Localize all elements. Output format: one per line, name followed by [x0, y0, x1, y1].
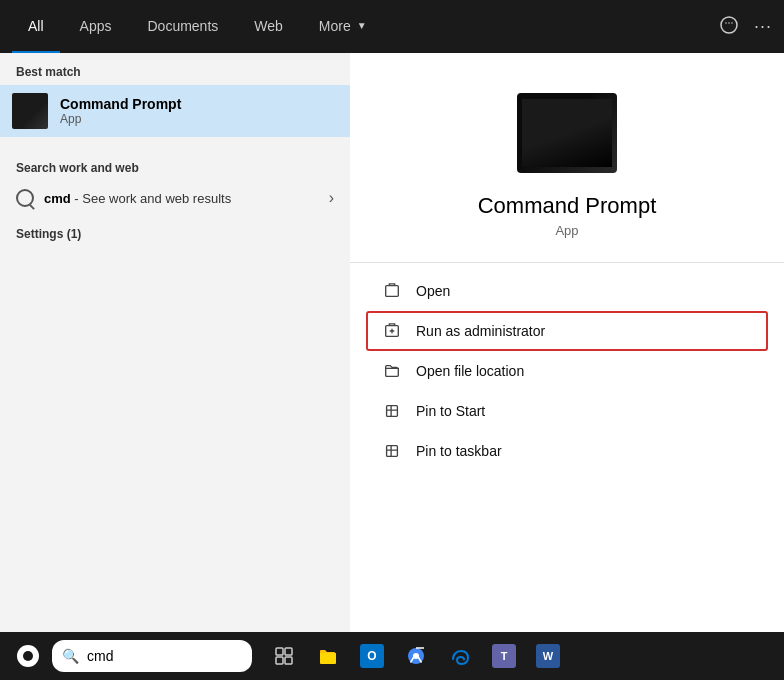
tab-apps-label: Apps: [80, 18, 112, 34]
svg-rect-0: [386, 286, 399, 297]
tab-documents-label: Documents: [147, 18, 218, 34]
action-location-label: Open file location: [416, 363, 524, 379]
action-open-label: Open: [416, 283, 450, 299]
action-pin-taskbar-label: Pin to taskbar: [416, 443, 502, 459]
folder-icon: [382, 361, 402, 381]
action-pin-taskbar[interactable]: Pin to taskbar: [366, 431, 768, 471]
svg-rect-7: [285, 657, 292, 664]
app-type-label: App: [555, 223, 578, 238]
task-view-icon: [274, 646, 294, 666]
teams-icon: T: [492, 644, 516, 668]
command-prompt-result[interactable]: Command Prompt App: [0, 85, 350, 137]
action-list: Open Run as administrator: [350, 271, 784, 471]
action-admin-label: Run as administrator: [416, 323, 545, 339]
result-text: Command Prompt App: [60, 96, 181, 126]
action-pin-start-label: Pin to Start: [416, 403, 485, 419]
start-button[interactable]: [8, 636, 48, 676]
more-options-icon[interactable]: ···: [754, 16, 772, 37]
tab-web[interactable]: Web: [238, 0, 299, 53]
chrome-icon: [405, 645, 427, 667]
main-area: Best match Command Prompt App Search wor…: [0, 53, 784, 632]
best-match-label: Best match: [0, 53, 350, 85]
top-nav: All Apps Documents Web More ▼ ···: [0, 0, 784, 53]
taskbar-search-text: cmd: [87, 648, 113, 664]
right-panel: Command Prompt App Open: [350, 53, 784, 632]
action-open-location[interactable]: Open file location: [366, 351, 768, 391]
work-desc: - See work and web results: [74, 191, 231, 206]
work-query: cmd: [44, 191, 71, 206]
result-subtitle: App: [60, 112, 181, 126]
svg-rect-2: [387, 406, 398, 417]
result-title: Command Prompt: [60, 96, 181, 112]
app-icon-large: [517, 93, 617, 173]
tab-all-label: All: [28, 18, 44, 34]
outlook-button[interactable]: O: [352, 636, 392, 676]
pin-start-icon: [382, 401, 402, 421]
app-title-large: Command Prompt: [478, 193, 657, 219]
admin-icon: [382, 321, 402, 341]
svg-rect-5: [285, 648, 292, 655]
chevron-down-icon: ▼: [357, 20, 367, 31]
search-work-row[interactable]: cmd - See work and web results ›: [0, 181, 350, 215]
action-run-admin[interactable]: Run as administrator: [366, 311, 768, 351]
tab-documents[interactable]: Documents: [131, 0, 234, 53]
chrome-button[interactable]: [396, 636, 436, 676]
feedback-icon[interactable]: [720, 16, 738, 38]
tab-web-label: Web: [254, 18, 283, 34]
action-open[interactable]: Open: [366, 271, 768, 311]
work-arrow-icon: ›: [329, 189, 334, 207]
nav-icons: ···: [720, 16, 772, 38]
outlook-icon: O: [360, 644, 384, 668]
word-icon: W: [536, 644, 560, 668]
settings-label: Settings (1): [0, 215, 350, 247]
file-explorer-icon: [317, 645, 339, 667]
tab-more[interactable]: More ▼: [303, 0, 383, 53]
start-icon: [17, 645, 39, 667]
file-explorer-button[interactable]: [308, 636, 348, 676]
svg-rect-6: [276, 657, 283, 664]
svg-rect-4: [276, 648, 283, 655]
tab-all[interactable]: All: [12, 0, 60, 53]
edge-button[interactable]: [440, 636, 480, 676]
taskbar-search-icon: 🔍: [62, 648, 79, 664]
teams-button[interactable]: T: [484, 636, 524, 676]
open-icon: [382, 281, 402, 301]
svg-rect-3: [387, 446, 398, 457]
taskbar: 🔍 cmd O T: [0, 632, 784, 680]
task-view-button[interactable]: [264, 636, 304, 676]
pin-taskbar-icon: [382, 441, 402, 461]
tab-apps[interactable]: Apps: [64, 0, 128, 53]
taskbar-search-box[interactable]: 🔍 cmd: [52, 640, 252, 672]
action-pin-start[interactable]: Pin to Start: [366, 391, 768, 431]
search-work-label: Search work and web: [0, 149, 350, 181]
divider: [350, 262, 784, 263]
tab-more-label: More: [319, 18, 351, 34]
work-search-text: cmd - See work and web results: [44, 191, 231, 206]
search-circle-icon: [16, 189, 34, 207]
word-button[interactable]: W: [528, 636, 568, 676]
command-prompt-icon: [12, 93, 48, 129]
left-panel: Best match Command Prompt App Search wor…: [0, 53, 350, 632]
edge-icon: [449, 645, 471, 667]
